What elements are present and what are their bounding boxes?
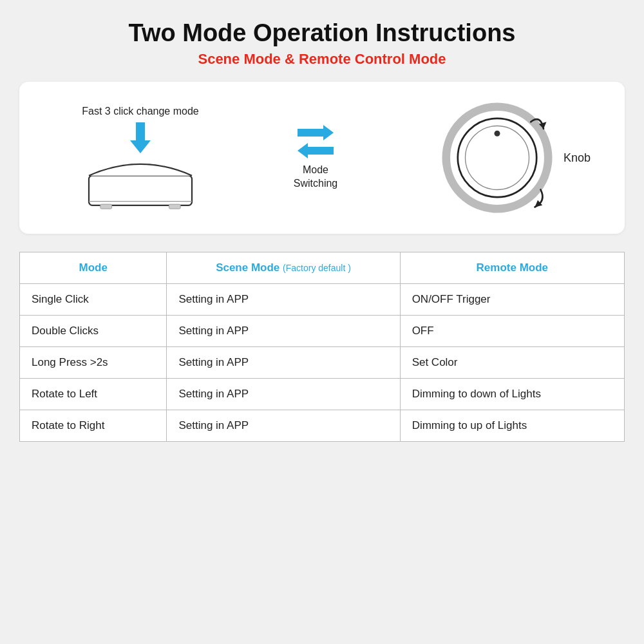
arrow-left (298, 143, 334, 158)
col-header-remote: Remote Mode (400, 252, 624, 284)
scene-note: (Factory default ) (283, 263, 351, 273)
cell-remote: OFF (400, 316, 624, 347)
table-container: Mode Scene Mode (Factory default ) Remot… (19, 252, 625, 442)
cell-mode: Single Click (20, 284, 167, 316)
table-row: Single ClickSetting in APPON/OFF Trigger (20, 284, 625, 316)
press-arrow (130, 122, 151, 153)
left-head (298, 143, 308, 158)
cell-mode: Rotate to Left (20, 379, 167, 410)
col-header-scene: Scene Mode (Factory default ) (167, 252, 400, 284)
arrow-right (298, 125, 334, 140)
cell-scene: Setting in APP (167, 410, 400, 442)
operation-table: Mode Scene Mode (Factory default ) Remot… (19, 252, 625, 442)
col-header-mode: Mode (20, 252, 167, 284)
cell-remote: Dimming to up of Lights (400, 410, 624, 442)
sub-title: Scene Mode & Remote Control Mode (198, 51, 446, 68)
table-row: Rotate to RightSetting in APPDimming to … (20, 410, 625, 442)
diagram-box: Fast 3 click change mode (19, 82, 625, 234)
mode-switch: ModeSwitching (277, 125, 354, 191)
right-head (323, 125, 334, 140)
diagram-right: Knob (426, 100, 568, 216)
cell-scene: Setting in APP (167, 284, 400, 316)
cell-remote: Dimming to down of Lights (400, 379, 624, 410)
svg-rect-2 (100, 204, 112, 209)
cell-mode: Double Clicks (20, 316, 167, 347)
table-row: Long Press >2sSetting in APPSet Color (20, 347, 625, 379)
cell-scene: Setting in APP (167, 316, 400, 347)
cell-remote: Set Color (400, 347, 624, 379)
page-container: Two Mode Operation Instructions Scene Mo… (0, 0, 644, 644)
arrow-head (130, 140, 151, 153)
diagram-left: Fast 3 click change mode (76, 106, 205, 210)
cell-mode: Rotate to Right (20, 410, 167, 442)
cell-remote: ON/OFF Trigger (400, 284, 624, 316)
cell-mode: Long Press >2s (20, 347, 167, 379)
table-row: Double ClicksSetting in APPOFF (20, 316, 625, 347)
knob-label: Knob (564, 151, 591, 165)
svg-rect-3 (169, 204, 180, 209)
cell-scene: Setting in APP (167, 379, 400, 410)
arrow-shaft (136, 122, 145, 140)
cell-scene: Setting in APP (167, 347, 400, 379)
main-title: Two Mode Operation Instructions (129, 19, 516, 47)
click-label: Fast 3 click change mode (82, 106, 198, 117)
device-illustration (82, 158, 198, 210)
table-row: Rotate to LeftSetting in APPDimming to d… (20, 379, 625, 410)
right-shaft (298, 129, 323, 137)
mode-switching-label: ModeSwitching (294, 164, 337, 191)
horiz-arrows (298, 125, 334, 158)
knob-illustration: Knob (439, 100, 555, 216)
svg-point-7 (495, 131, 500, 137)
svg-rect-0 (89, 176, 192, 205)
left-shaft (308, 147, 334, 155)
